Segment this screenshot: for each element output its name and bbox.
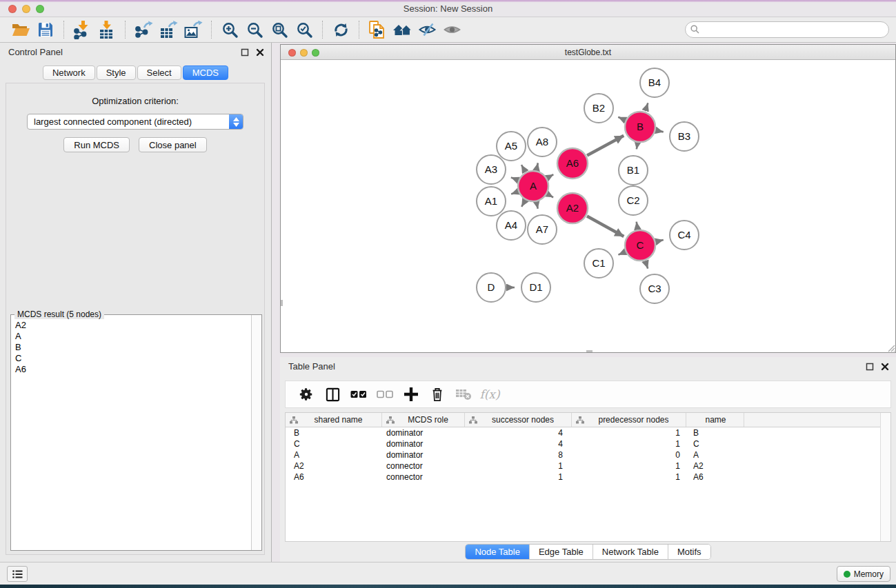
graph-node-A[interactable]: A [518, 171, 548, 201]
table-cell[interactable]: 1 [465, 460, 572, 472]
column-header-MCDS-role[interactable]: MCDS role [382, 413, 465, 427]
zoom-fit-icon[interactable] [267, 19, 292, 40]
table-cell[interactable]: dominator [382, 427, 465, 438]
function-builder-icon[interactable]: f(x) [479, 384, 501, 405]
graph-node-A5[interactable]: A5 [497, 132, 526, 161]
graph-edge-A-A7[interactable] [537, 203, 538, 209]
graph-node-D[interactable]: D [477, 273, 506, 302]
resize-grip[interactable] [886, 343, 895, 352]
close-table-panel-icon[interactable] [881, 363, 889, 371]
graph-edge-A-A4[interactable] [521, 201, 525, 207]
table-cell[interactable]: B [686, 427, 744, 438]
column-header-successor-nodes[interactable]: successor nodes [465, 413, 572, 427]
table-cell[interactable]: A2 [286, 460, 382, 472]
homes-icon[interactable] [390, 19, 415, 40]
mcds-result-item[interactable]: A2 [15, 320, 250, 331]
tab-network[interactable]: Network [43, 65, 95, 80]
table-cell[interactable]: 4 [465, 438, 572, 449]
settings-gear-icon[interactable] [295, 384, 317, 405]
graph-edge-A-A1[interactable] [511, 192, 517, 194]
graph-edge-B-B4[interactable] [645, 103, 648, 111]
table-cell[interactable]: 8 [465, 449, 572, 460]
mcds-result-item[interactable]: A [15, 331, 250, 342]
tab-style[interactable]: Style [97, 65, 136, 80]
table-cell[interactable]: connector [382, 460, 465, 472]
graph-node-C2[interactable]: C2 [619, 186, 648, 215]
table-row[interactable]: A2connector11A2 [286, 460, 890, 472]
deselect-all-icon[interactable] [374, 384, 396, 405]
export-table-icon[interactable] [156, 19, 181, 40]
table-cell[interactable]: 1 [572, 438, 686, 449]
table-cell[interactable]: dominator [382, 449, 465, 460]
task-list-button[interactable] [7, 566, 28, 582]
table-cell[interactable]: C [286, 438, 382, 449]
table-cell[interactable]: 1 [572, 472, 686, 483]
table-row[interactable]: A6connector11A6 [286, 472, 890, 483]
table-cell[interactable]: A2 [686, 460, 744, 472]
mcds-result-item[interactable]: C [15, 353, 250, 364]
graph-node-B[interactable]: B [625, 112, 655, 142]
table-cell[interactable]: dominator [382, 438, 465, 449]
table-row[interactable]: Cdominator41C [286, 438, 890, 449]
table-cell[interactable]: C [686, 438, 744, 449]
graph-node-B2[interactable]: B2 [584, 94, 613, 123]
select-all-icon[interactable] [348, 384, 370, 405]
table-row[interactable]: Bdominator41B [286, 427, 890, 438]
eye-slash-icon[interactable] [415, 19, 439, 40]
import-table-icon[interactable] [94, 19, 119, 40]
table-cell[interactable]: A6 [286, 472, 382, 483]
graph-node-A2[interactable]: A2 [557, 193, 588, 223]
export-network-icon[interactable] [131, 19, 156, 40]
table-cell[interactable]: 1 [572, 427, 686, 438]
column-header-shared-name[interactable]: shared name [286, 413, 382, 427]
graph-edge-C-C2[interactable] [637, 222, 638, 230]
table-cell[interactable]: connector [382, 472, 465, 483]
graph-node-B3[interactable]: B3 [670, 122, 699, 151]
result-scrollbar[interactable] [251, 315, 261, 550]
run-mcds-button[interactable]: Run MCDS [63, 137, 130, 152]
export-image-icon[interactable] [181, 19, 206, 40]
tab-select[interactable]: Select [137, 65, 181, 80]
mcds-result-item[interactable]: B [15, 342, 250, 353]
graph-node-C4[interactable]: C4 [670, 221, 699, 250]
graph-edge-A-A2[interactable] [548, 194, 553, 198]
table-cell[interactable]: 4 [465, 427, 572, 438]
float-table-panel-icon[interactable] [866, 363, 874, 371]
graph-node-A3[interactable]: A3 [477, 155, 506, 184]
table-cell[interactable]: 0 [572, 449, 686, 460]
graph-edge-A-A6[interactable] [548, 174, 554, 178]
close-panel-button[interactable]: Close panel [139, 137, 207, 152]
close-panel-icon[interactable] [256, 48, 264, 57]
graph-node-A1[interactable]: A1 [477, 187, 506, 216]
eye-icon[interactable] [439, 19, 464, 40]
criterion-dropdown[interactable]: largest connected component (directed) [27, 114, 243, 130]
graph-node-D1[interactable]: D1 [521, 273, 550, 302]
column-header-name[interactable]: name [686, 413, 744, 427]
table-cell[interactable]: 1 [572, 460, 686, 472]
graph-edge-B-B1[interactable] [637, 143, 637, 150]
open-file-icon[interactable] [8, 19, 33, 40]
table-cell[interactable]: A [686, 449, 744, 460]
table-row[interactable]: Adominator80A [286, 449, 890, 460]
mcds-result-item[interactable]: A6 [15, 364, 250, 375]
graph-node-B4[interactable]: B4 [640, 68, 669, 97]
graph-edge-C-C3[interactable] [646, 261, 648, 269]
graph-node-C3[interactable]: C3 [640, 274, 669, 303]
tab-edge-table[interactable]: Edge Table [530, 545, 593, 559]
add-icon[interactable] [400, 384, 422, 405]
graph-edge-A6-B[interactable] [587, 136, 624, 156]
refresh-icon[interactable] [328, 19, 353, 40]
graph-edge-A-A5[interactable] [521, 165, 525, 172]
column-header-predecessor-nodes[interactable]: predecessor nodes [572, 413, 686, 427]
graph-node-C[interactable]: C [625, 230, 655, 261]
graph-node-A7[interactable]: A7 [528, 215, 557, 244]
graph-node-C1[interactable]: C1 [584, 249, 613, 278]
tab-mcds[interactable]: MCDS [183, 65, 228, 80]
memory-button[interactable]: Memory [837, 566, 890, 582]
table-cell[interactable]: A6 [686, 472, 744, 483]
table-cell[interactable]: A [286, 449, 382, 460]
import-network-icon[interactable] [70, 19, 94, 40]
show-column-icon[interactable] [321, 384, 344, 405]
zoom-out-icon[interactable] [242, 19, 267, 40]
table-cell[interactable]: B [286, 427, 382, 438]
